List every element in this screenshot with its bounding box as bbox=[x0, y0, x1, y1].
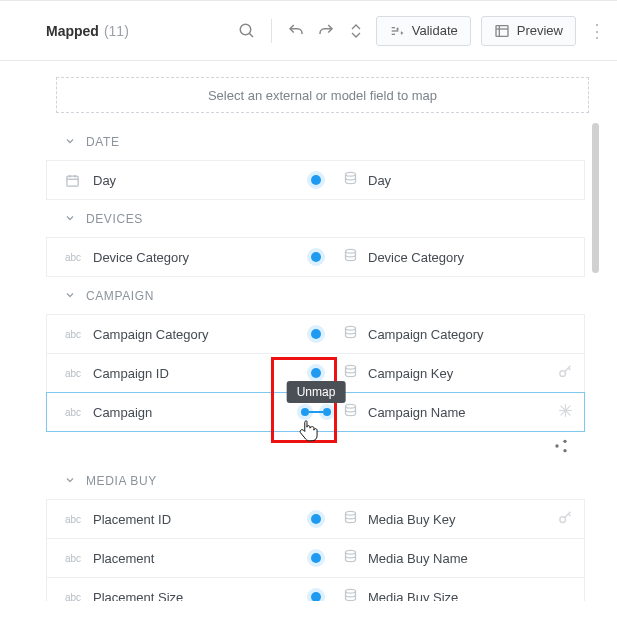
svg-point-10 bbox=[346, 249, 356, 253]
mapping-connector[interactable] bbox=[293, 252, 339, 262]
asterisk-icon bbox=[557, 402, 574, 422]
more-menu-icon[interactable]: ⋮ bbox=[588, 20, 605, 42]
svg-point-11 bbox=[346, 326, 356, 330]
mapping-row[interactable]: abcPlacement SizeMedia Buy Size bbox=[46, 577, 585, 601]
mapping-connector[interactable]: Unmap bbox=[293, 408, 339, 416]
group-label: DEVICES bbox=[86, 212, 143, 226]
undo-icon[interactable] bbox=[286, 21, 306, 41]
toolbar: Mapped (11) Validate Preview ⋮ bbox=[0, 0, 617, 61]
text-type-icon: abc bbox=[65, 407, 83, 418]
chevron-down-icon bbox=[64, 289, 76, 304]
preview-label: Preview bbox=[517, 23, 563, 38]
target-field: Campaign Category bbox=[339, 325, 584, 343]
mapping-row[interactable]: abcCampaign CategoryCampaign Category bbox=[46, 314, 585, 354]
source-field: abcCampaign ID bbox=[47, 366, 293, 381]
calendar-icon bbox=[65, 173, 83, 188]
target-label: Device Category bbox=[368, 250, 464, 265]
target-field: Campaign Name bbox=[339, 402, 584, 422]
svg-line-23 bbox=[558, 446, 563, 449]
group-label: DATE bbox=[86, 135, 120, 149]
source-label: Campaign bbox=[93, 405, 152, 420]
database-icon bbox=[343, 171, 358, 189]
collapse-icon[interactable] bbox=[346, 21, 366, 41]
database-icon bbox=[343, 364, 358, 382]
title-text: Mapped bbox=[46, 23, 99, 39]
mapping-row[interactable]: abcDevice CategoryDevice Category bbox=[46, 237, 585, 277]
mapping-connector[interactable] bbox=[293, 175, 339, 185]
database-icon bbox=[343, 248, 358, 266]
source-field: abcDevice Category bbox=[47, 250, 293, 265]
mapping-connector[interactable] bbox=[293, 592, 339, 601]
page-title: Mapped (11) bbox=[46, 23, 129, 39]
target-field: Day bbox=[339, 171, 584, 189]
share-icon[interactable] bbox=[553, 438, 569, 457]
source-field: Day bbox=[47, 173, 293, 188]
content-area: Select an external or model field to map… bbox=[0, 61, 617, 617]
group-header[interactable]: CAMPAIGN bbox=[46, 277, 585, 315]
key-icon bbox=[557, 509, 574, 529]
svg-line-1 bbox=[249, 33, 253, 37]
database-icon bbox=[343, 325, 358, 343]
target-label: Media Buy Size bbox=[368, 590, 458, 602]
chevron-down-icon bbox=[64, 135, 76, 150]
database-icon bbox=[343, 588, 358, 601]
svg-point-21 bbox=[563, 449, 566, 452]
group-header[interactable]: DEVICES bbox=[46, 200, 585, 238]
svg-line-22 bbox=[558, 442, 563, 445]
database-icon bbox=[343, 510, 358, 528]
text-type-icon: abc bbox=[65, 368, 83, 379]
svg-point-27 bbox=[346, 589, 356, 593]
search-icon[interactable] bbox=[237, 21, 257, 41]
mapping-row[interactable]: abcPlacementMedia Buy Name bbox=[46, 538, 585, 578]
svg-point-12 bbox=[346, 365, 356, 369]
source-label: Campaign Category bbox=[93, 327, 209, 342]
target-label: Media Buy Key bbox=[368, 512, 455, 527]
target-label: Campaign Name bbox=[368, 405, 466, 420]
svg-rect-2 bbox=[496, 25, 508, 36]
svg-point-13 bbox=[560, 371, 566, 377]
svg-point-19 bbox=[555, 444, 558, 447]
scrollbar[interactable] bbox=[592, 123, 599, 273]
mapping-connector[interactable] bbox=[293, 368, 339, 378]
group-header[interactable]: MEDIA BUY bbox=[46, 462, 585, 500]
text-type-icon: abc bbox=[65, 252, 83, 263]
mapping-row[interactable]: DayDay bbox=[46, 160, 585, 200]
mapping-row[interactable]: abcPlacement IDMedia Buy Key bbox=[46, 499, 585, 539]
source-field: abcPlacement bbox=[47, 551, 293, 566]
source-label: Placement Size bbox=[93, 590, 183, 602]
database-icon bbox=[343, 403, 358, 421]
hint-banner: Select an external or model field to map bbox=[56, 77, 589, 113]
validate-button[interactable]: Validate bbox=[376, 16, 471, 46]
mapping-connector[interactable] bbox=[293, 553, 339, 563]
target-field: Campaign Key bbox=[339, 363, 584, 383]
group-trail bbox=[46, 432, 585, 462]
group-label: CAMPAIGN bbox=[86, 289, 154, 303]
svg-rect-5 bbox=[67, 176, 78, 186]
source-label: Campaign ID bbox=[93, 366, 169, 381]
group-header[interactable]: DATE bbox=[46, 123, 585, 161]
mapping-row[interactable]: abcCampaignUnmapCampaign Name bbox=[46, 392, 585, 432]
text-type-icon: abc bbox=[65, 592, 83, 602]
source-field: abcPlacement Size bbox=[47, 590, 293, 602]
mapping-connector[interactable] bbox=[293, 514, 339, 524]
source-field: abcCampaign Category bbox=[47, 327, 293, 342]
text-type-icon: abc bbox=[65, 514, 83, 525]
key-icon bbox=[557, 363, 574, 383]
mapping-connector[interactable] bbox=[293, 329, 339, 339]
chevron-down-icon bbox=[64, 474, 76, 489]
source-label: Device Category bbox=[93, 250, 189, 265]
preview-button[interactable]: Preview bbox=[481, 16, 576, 46]
text-type-icon: abc bbox=[65, 553, 83, 564]
target-label: Campaign Category bbox=[368, 327, 484, 342]
source-label: Day bbox=[93, 173, 116, 188]
chevron-down-icon bbox=[64, 212, 76, 227]
record-count: (11) bbox=[104, 23, 129, 39]
divider bbox=[271, 19, 272, 43]
redo-icon[interactable] bbox=[316, 21, 336, 41]
svg-point-26 bbox=[346, 550, 356, 554]
source-label: Placement ID bbox=[93, 512, 171, 527]
svg-point-14 bbox=[346, 404, 356, 408]
svg-point-24 bbox=[346, 511, 356, 515]
mapping-list: DATEDayDayDEVICESabcDevice CategoryDevic… bbox=[46, 123, 599, 601]
validate-label: Validate bbox=[412, 23, 458, 38]
